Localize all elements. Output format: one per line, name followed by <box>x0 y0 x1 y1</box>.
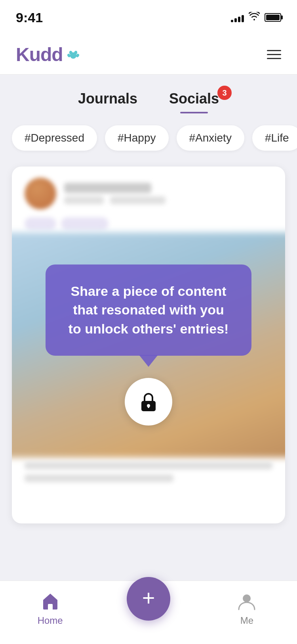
menu-line <box>267 50 281 51</box>
signal-icon <box>231 13 244 22</box>
logo-text: Kudd <box>16 44 63 65</box>
tooltip-bubble: Share a piece of content that resonated … <box>46 264 251 356</box>
logo-icon <box>66 48 80 62</box>
tab-socials-underline <box>180 112 208 113</box>
svg-rect-7 <box>148 406 149 408</box>
fab-add-button[interactable]: + <box>127 577 170 621</box>
svg-point-9 <box>243 594 251 602</box>
main-content: Journals Socials 3 #Depressed #Happy #An… <box>0 75 297 644</box>
app-header: Kudd <box>0 35 297 75</box>
filter-life[interactable]: #Life <box>252 125 297 151</box>
nav-home[interactable]: Home <box>27 591 74 626</box>
nav-home-label: Home <box>38 615 63 626</box>
lock-button[interactable] <box>125 378 172 426</box>
status-time: 9:41 <box>16 10 43 25</box>
nav-me[interactable]: Me <box>223 591 270 626</box>
filter-anxiety[interactable]: #Anxiety <box>177 125 244 151</box>
home-icon <box>40 591 61 612</box>
app-logo: Kudd <box>16 44 80 65</box>
filter-happy[interactable]: #Happy <box>105 125 169 151</box>
svg-rect-8 <box>48 604 53 610</box>
battery-icon <box>265 13 281 22</box>
menu-line <box>267 54 281 55</box>
filter-depressed[interactable]: #Depressed <box>12 125 97 151</box>
nav-me-label: Me <box>240 615 253 626</box>
tab-socials-badge: 3 <box>217 86 232 100</box>
lock-icon <box>137 391 160 413</box>
tab-socials[interactable]: Socials 3 <box>169 90 219 113</box>
wifi-icon <box>249 12 260 23</box>
status-bar: 9:41 <box>0 0 297 35</box>
me-icon <box>236 591 257 612</box>
status-icons <box>231 12 281 23</box>
fab-plus-icon: + <box>142 587 155 609</box>
bottom-nav: Home + Me <box>0 581 297 644</box>
tooltip-text: Share a piece of content that resonated … <box>69 284 229 336</box>
social-card: Share a piece of content that resonated … <box>12 167 285 523</box>
menu-line <box>267 58 281 59</box>
filter-row: #Depressed #Happy #Anxiety #Life <box>0 113 297 159</box>
menu-button[interactable] <box>267 50 281 59</box>
tab-journals[interactable]: Journals <box>78 90 137 113</box>
tab-journals-label: Journals <box>78 90 137 107</box>
lock-overlay: Share a piece of content that resonated … <box>12 167 285 523</box>
tab-socials-label: Socials <box>169 90 219 107</box>
tabs-container: Journals Socials 3 <box>0 75 297 113</box>
